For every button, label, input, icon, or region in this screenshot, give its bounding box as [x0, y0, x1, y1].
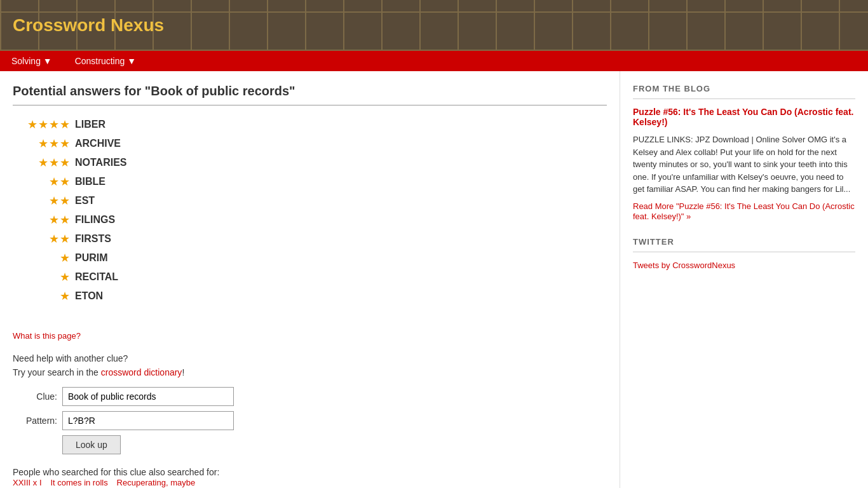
answer-word[interactable]: BIBLE	[75, 176, 105, 187]
star-icon: ★	[38, 118, 48, 132]
help-section: Need help with another clue? Try your se…	[13, 353, 607, 377]
star-icon: ★	[38, 156, 48, 170]
site-title-main: Crossword	[13, 15, 111, 35]
star-rating: ★	[13, 289, 70, 303]
sidebar: FROM THE BLOG Puzzle #56: It's The Least…	[620, 71, 868, 488]
blog-post-title[interactable]: Puzzle #56: It's The Least You Can Do (A…	[633, 107, 855, 127]
also-searched-link[interactable]: XXIII x I	[13, 478, 42, 487]
site-title-accent: Nexus	[111, 15, 164, 35]
star-icon: ★	[60, 251, 70, 265]
star-icon: ★	[49, 118, 59, 132]
pattern-input[interactable]	[62, 411, 234, 430]
star-icon: ★	[49, 232, 59, 246]
star-icon: ★	[49, 194, 59, 208]
blog-section-title: FROM THE BLOG	[633, 84, 855, 99]
star-icon: ★	[60, 118, 70, 132]
star-icon: ★	[27, 118, 37, 132]
content-area: Potential answers for "Book of public re…	[0, 71, 620, 488]
lookup-form: Clue: Pattern: Look up	[13, 387, 607, 454]
what-is-link[interactable]: What is this page?	[13, 331, 81, 341]
twitter-section-title: TWITTER	[633, 237, 855, 252]
blog-post-body: PUZZLE LINKS: JPZ Download | Online Solv…	[633, 133, 855, 196]
star-icon: ★	[60, 213, 70, 227]
main-wrapper: Potential answers for "Book of public re…	[0, 71, 868, 488]
clue-label: Clue:	[13, 391, 57, 402]
star-icon: ★	[60, 137, 70, 151]
star-icon: ★	[49, 137, 59, 151]
twitter-link[interactable]: Tweets by CrosswordNexus	[633, 261, 735, 270]
answer-word[interactable]: NOTARIES	[75, 157, 126, 168]
star-rating: ★	[13, 251, 70, 265]
site-title: Crossword Nexus	[13, 15, 164, 36]
answer-row: ★★★NOTARIES	[13, 153, 607, 172]
also-searched-section: People who searched for this clue also s…	[13, 467, 607, 487]
lookup-button[interactable]: Look up	[62, 435, 121, 454]
star-rating: ★★	[13, 232, 70, 246]
answer-row: ★★BIBLE	[13, 172, 607, 191]
star-rating: ★★	[13, 175, 70, 189]
answer-word[interactable]: FILINGS	[75, 214, 115, 226]
answer-word[interactable]: LIBER	[75, 119, 105, 130]
clue-row: Clue:	[13, 387, 607, 406]
pattern-label: Pattern:	[13, 416, 57, 426]
star-icon: ★	[49, 213, 59, 227]
help-text-suffix: !	[182, 367, 184, 377]
nav-constructing[interactable]: Constructing ▼	[64, 51, 147, 71]
answer-row: ★★★ARCHIVE	[13, 134, 607, 153]
star-icon: ★	[60, 194, 70, 208]
star-icon: ★	[60, 156, 70, 170]
star-rating: ★	[13, 270, 70, 284]
clue-input[interactable]	[62, 387, 234, 406]
star-rating: ★★★	[13, 156, 70, 170]
star-rating: ★★★	[13, 137, 70, 151]
also-searched-links: XXIII x I It comes in rolls Recuperating…	[13, 477, 607, 487]
answer-word[interactable]: EST	[75, 195, 95, 207]
star-rating: ★★★★	[13, 118, 70, 132]
star-icon: ★	[60, 232, 70, 246]
also-searched-link[interactable]: It comes in rolls	[50, 478, 107, 487]
star-icon: ★	[60, 289, 70, 303]
star-icon: ★	[60, 270, 70, 284]
star-icon: ★	[49, 156, 59, 170]
answer-word[interactable]: ARCHIVE	[75, 138, 121, 149]
answer-row: ★★★★LIBER	[13, 115, 607, 134]
read-more-link[interactable]: Read More "Puzzle #56: It's The Least Yo…	[633, 201, 855, 221]
lookup-btn-row: Look up	[13, 435, 607, 454]
answer-word[interactable]: PURIM	[75, 252, 108, 264]
star-icon: ★	[60, 175, 70, 189]
answer-word[interactable]: RECITAL	[75, 271, 118, 283]
also-searched-label: People who searched for this clue also s…	[13, 467, 607, 477]
star-icon: ★	[38, 137, 48, 151]
answer-word[interactable]: FIRSTS	[75, 233, 111, 245]
star-rating: ★★	[13, 194, 70, 208]
answer-word[interactable]: ETON	[75, 290, 103, 302]
also-searched-link[interactable]: Recuperating, maybe	[117, 478, 196, 487]
help-heading: Need help with another clue?	[13, 353, 607, 363]
star-icon: ★	[49, 175, 59, 189]
help-text-prefix: Try your search in the	[13, 367, 101, 377]
answer-row: ★PURIM	[13, 248, 607, 268]
pattern-row: Pattern:	[13, 411, 607, 430]
page-title: Potential answers for "Book of public re…	[13, 84, 607, 105]
crossword-dictionary-link[interactable]: crossword dictionary	[101, 367, 182, 377]
twitter-section: TWITTER Tweets by CrosswordNexus	[633, 237, 855, 270]
answer-row: ★★FILINGS	[13, 210, 607, 229]
answers-list: ★★★★LIBER★★★ARCHIVE★★★NOTARIES★★BIBLE★★E…	[13, 115, 607, 306]
answer-row: ★RECITAL	[13, 268, 607, 287]
nav-solving[interactable]: Solving ▼	[0, 51, 64, 71]
answer-row: ★★EST	[13, 191, 607, 210]
help-text-line: Try your search in the crossword diction…	[13, 367, 607, 377]
star-rating: ★★	[13, 213, 70, 227]
navigation: Solving ▼ Constructing ▼	[0, 51, 868, 71]
answer-row: ★ETON	[13, 287, 607, 306]
answer-row: ★★FIRSTS	[13, 229, 607, 248]
header: Crossword Nexus	[0, 0, 868, 51]
